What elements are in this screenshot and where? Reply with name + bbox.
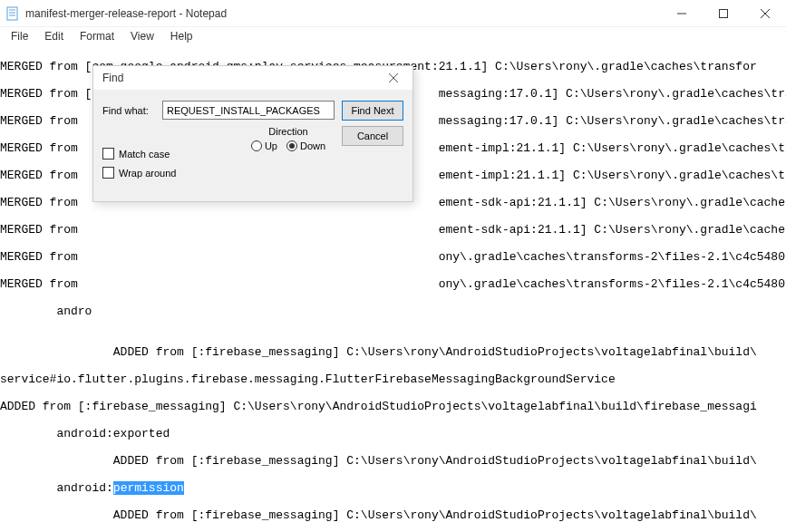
svg-rect-0 — [7, 7, 17, 20]
direction-down-radio[interactable]: Down — [286, 140, 325, 151]
text-line: ADDED from [:firebase_messaging] C:\User… — [0, 400, 786, 413]
text-line: ADDED from [:firebase_messaging] C:\User… — [0, 345, 786, 359]
text-line: MERGED from ony\.gradle\caches\transform… — [0, 277, 786, 291]
maximize-button[interactable] — [703, 0, 744, 27]
checkbox-icon — [102, 148, 114, 160]
text-line: android:exported — [0, 427, 786, 440]
find-what-label: Find what: — [102, 105, 153, 116]
find-dialog-titlebar[interactable]: Find — [93, 66, 412, 90]
text-line: ADDED from [:firebase_messaging] C:\User… — [0, 508, 786, 522]
match-case-checkbox[interactable]: Match case — [102, 148, 176, 160]
direction-up-radio[interactable]: Up — [251, 140, 277, 151]
window-title: manifest-merger-release-report - Notepad — [25, 7, 661, 20]
find-dialog-title: Find — [102, 72, 380, 84]
radio-label: Down — [300, 140, 325, 151]
text-line: andro — [0, 305, 786, 318]
menu-format[interactable]: Format — [73, 28, 121, 44]
notepad-icon — [5, 6, 20, 21]
radio-icon — [286, 140, 297, 151]
menubar: File Edit Format View Help — [0, 27, 786, 45]
radio-icon — [251, 140, 262, 151]
radio-label: Up — [265, 140, 277, 151]
text-line: MERGED from ony\.gradle\caches\transform… — [0, 250, 786, 264]
find-close-button[interactable] — [380, 71, 407, 85]
text-line: android:permission — [0, 481, 786, 495]
window-controls — [661, 0, 786, 27]
wrap-around-checkbox[interactable]: Wrap around — [102, 167, 176, 179]
checkbox-label: Wrap around — [119, 168, 176, 179]
text-line: MERGED from ement-sdk-api:21.1.1] C:\Use… — [0, 223, 786, 237]
titlebar: manifest-merger-release-report - Notepad — [0, 0, 786, 27]
menu-edit[interactable]: Edit — [37, 28, 71, 44]
menu-file[interactable]: File — [4, 28, 35, 44]
find-next-button[interactable]: Find Next — [342, 101, 403, 121]
checkbox-label: Match case — [119, 149, 170, 160]
selected-text: permission — [113, 481, 184, 495]
menu-view[interactable]: View — [123, 28, 161, 44]
checkbox-icon — [102, 167, 114, 179]
direction-label: Direction — [244, 126, 333, 137]
cancel-button[interactable]: Cancel — [342, 126, 403, 146]
text-line: service#io.flutter.plugins.firebase.mess… — [0, 372, 786, 386]
find-what-input[interactable] — [162, 101, 335, 120]
find-dialog: Find Find what: Find Next Cancel Directi… — [92, 65, 413, 202]
direction-group: Direction Up Down — [244, 126, 333, 151]
svg-rect-5 — [720, 9, 728, 17]
menu-help[interactable]: Help — [163, 28, 200, 44]
text-line: ADDED from [:firebase_messaging] C:\User… — [0, 454, 786, 468]
minimize-button[interactable] — [661, 0, 703, 27]
close-button[interactable] — [744, 0, 786, 27]
